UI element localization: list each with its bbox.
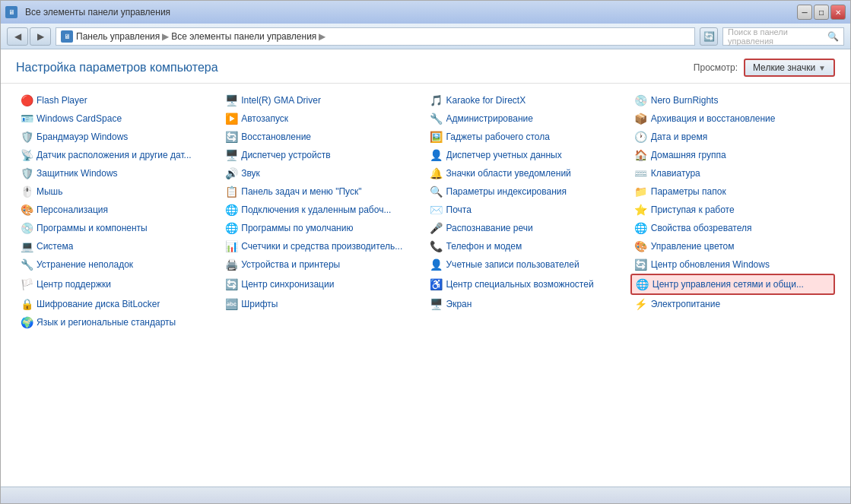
- cp-item-devices-printers[interactable]: 🖨️Устройства и принтеры: [221, 255, 425, 274]
- cp-item-windows-update[interactable]: 🔄Центр обновления Windows: [630, 255, 835, 274]
- accessibility-label: Центр специальных возможностей: [446, 279, 594, 290]
- keyboard-label: Клавиатура: [651, 168, 700, 179]
- cp-item-sync-center[interactable]: 🔄Центр синхронизации: [221, 274, 425, 295]
- phone-modem-label: Телефон и модем: [446, 241, 522, 252]
- defender-icon: 🛡️: [21, 167, 33, 179]
- cp-item-keyboard[interactable]: ⌨️Клавиатура: [630, 164, 835, 182]
- cp-item-archiving[interactable]: 📦Архивация и восстановление: [630, 109, 835, 128]
- address-separator1: ▶: [162, 31, 169, 42]
- items-grid: 🔴Flash Player🖥️Intel(R) GMA Driver🎵Karao…: [16, 91, 835, 331]
- accounts-mgr-icon: 👤: [430, 149, 443, 161]
- cp-item-defender[interactable]: 🛡️Защитник Windows: [16, 164, 221, 182]
- cp-item-network-center[interactable]: 🌐Центр управления сетями и общи...: [630, 274, 835, 295]
- device-manager-label: Диспетчер устройств: [241, 150, 330, 160]
- content-area: Настройка параметров компьютера Просмотр…: [1, 49, 850, 487]
- view-btn-label: Мелкие значки: [753, 62, 815, 73]
- search-box[interactable]: Поиск в панели управления 🔍: [722, 27, 844, 46]
- cp-item-user-accounts[interactable]: 👤Учетные записи пользователей: [426, 255, 630, 274]
- refresh-button[interactable]: 🔄: [700, 27, 718, 46]
- cp-item-display[interactable]: 🖥️Экран: [426, 295, 630, 313]
- cp-item-speech[interactable]: 🎤Распознавание речи: [426, 219, 630, 237]
- address-path2: Все элементы панели управления: [171, 31, 316, 42]
- cp-item-personalization[interactable]: 🎨Персонализация: [16, 201, 221, 219]
- karaoke-icon: 🎵: [430, 94, 443, 106]
- cp-item-device-manager[interactable]: 🖥️Диспетчер устройств: [221, 146, 425, 164]
- cp-item-homegroup[interactable]: 🏠Домашняя группа: [630, 146, 835, 164]
- address-box[interactable]: 🖥 Панель управления ▶ Все элементы панел…: [56, 27, 695, 46]
- troubleshoot-label: Устранение неполадок: [37, 259, 133, 270]
- cardspace-label: Windows CardSpace: [37, 113, 122, 124]
- cp-item-phone-modem[interactable]: 📞Телефон и модем: [426, 237, 630, 255]
- cp-item-intel-gma[interactable]: 🖥️Intel(R) GMA Driver: [221, 91, 425, 109]
- karaoke-label: Karaoke for DirectX: [446, 95, 526, 106]
- close-button[interactable]: ✕: [830, 5, 846, 20]
- cp-item-power[interactable]: ⚡Электропитание: [630, 295, 835, 313]
- cp-item-system[interactable]: 💻Система: [16, 237, 221, 255]
- cp-item-accounts-mgr[interactable]: 👤Диспетчер учетных данных: [426, 146, 630, 164]
- titlebar-controls: ─ □ ✕: [797, 5, 846, 20]
- cp-item-indexing[interactable]: 🔍Параметры индексирования: [426, 182, 630, 201]
- maximize-button[interactable]: □: [814, 5, 829, 20]
- autorun-icon: ▶️: [225, 113, 237, 125]
- programs-icon: 💿: [21, 222, 33, 234]
- accessibility-icon: ♿: [430, 278, 443, 290]
- address-separator2: ▶: [319, 31, 325, 42]
- cp-item-color-mgmt[interactable]: 🎨Управление цветом: [630, 237, 835, 255]
- ie-props-icon: 🌐: [635, 222, 647, 234]
- datetime-label: Дата и время: [651, 132, 707, 142]
- cp-item-counters[interactable]: 📊Счетчики и средства производитель...: [221, 237, 425, 255]
- flash-player-label: Flash Player: [37, 95, 87, 106]
- view-dropdown-button[interactable]: Мелкие значки ▼: [744, 59, 835, 77]
- cp-item-gadgets[interactable]: 🖼️Гаджеты рабочего стола: [426, 128, 630, 146]
- personalization-icon: 🎨: [21, 204, 33, 216]
- cp-item-notif-icons[interactable]: 🔔Значки области уведомлений: [426, 164, 630, 182]
- back-button[interactable]: ◀: [7, 27, 28, 46]
- firewall-label: Брандмауэр Windows: [37, 132, 128, 142]
- main-window: 🖥 Все элементы панели управления ─ □ ✕ ◀…: [0, 0, 851, 504]
- remote-conn-label: Подключения к удаленным рабоч...: [241, 204, 391, 215]
- display-icon: 🖥️: [430, 298, 443, 310]
- cp-item-programs[interactable]: 💿Программы и компоненты: [16, 219, 221, 237]
- cp-item-cardspace[interactable]: 🪪Windows CardSpace: [16, 109, 221, 128]
- cp-item-folder-options[interactable]: 📁Параметры папок: [630, 182, 835, 201]
- statusbar: [1, 487, 850, 503]
- cp-item-troubleshoot[interactable]: 🔧Устранение неполадок: [16, 255, 221, 274]
- cp-item-flash-player[interactable]: 🔴Flash Player: [16, 91, 221, 109]
- cp-item-ie-props[interactable]: 🌐Свойства обозревателя: [630, 219, 835, 237]
- cp-item-default-programs[interactable]: 🌐Программы по умолчанию: [221, 219, 425, 237]
- taskbar-menu-icon: 📋: [225, 185, 237, 198]
- bitlocker-label: Шифрование диска BitLocker: [37, 299, 160, 309]
- cp-item-taskbar-menu[interactable]: 📋Панель задач и меню "Пуск": [221, 182, 425, 201]
- cp-item-datetime[interactable]: 🕐Дата и время: [630, 128, 835, 146]
- cardspace-icon: 🪪: [21, 113, 33, 125]
- cp-item-location[interactable]: 📡Датчик расположения и другие дат...: [16, 146, 221, 164]
- cp-item-remote-conn[interactable]: 🌐Подключения к удаленным рабоч...: [221, 201, 425, 219]
- defender-label: Защитник Windows: [37, 168, 118, 179]
- cp-item-region-lang[interactable]: 🌍Язык и региональные стандарты: [16, 313, 221, 331]
- cp-item-karaoke[interactable]: 🎵Karaoke for DirectX: [426, 91, 630, 109]
- cp-item-mouse[interactable]: 🖱️Мышь: [16, 182, 221, 201]
- gadgets-label: Гаджеты рабочего стола: [446, 132, 550, 142]
- cp-item-nero-burn[interactable]: 💿Nero BurnRights: [630, 91, 835, 109]
- autorun-label: Автозапуск: [241, 113, 288, 124]
- cp-item-accessibility[interactable]: ♿Центр специальных возможностей: [426, 274, 630, 295]
- cp-item-getting-started[interactable]: ⭐Приступая к работе: [630, 201, 835, 219]
- default-programs-icon: 🌐: [225, 222, 237, 234]
- folder-options-label: Параметры папок: [651, 186, 726, 197]
- devices-printers-icon: 🖨️: [225, 258, 237, 271]
- minimize-button[interactable]: ─: [797, 5, 812, 20]
- remote-conn-icon: 🌐: [225, 204, 237, 216]
- view-label: Просмотр:: [694, 62, 738, 73]
- forward-button[interactable]: ▶: [30, 27, 51, 46]
- cp-item-bitlocker[interactable]: 🔒Шифрование диска BitLocker: [16, 295, 221, 313]
- addressbar: ◀ ▶ 🖥 Панель управления ▶ Все элементы п…: [1, 24, 850, 49]
- cp-item-fonts[interactable]: 🔤Шрифты: [221, 295, 425, 313]
- cp-item-firewall[interactable]: 🛡️Брандмауэр Windows: [16, 128, 221, 146]
- cp-item-admin[interactable]: 🔧Администрирование: [426, 109, 630, 128]
- troubleshoot-icon: 🔧: [21, 258, 33, 271]
- cp-item-restore[interactable]: 🔄Восстановление: [221, 128, 425, 146]
- cp-item-sound[interactable]: 🔊Звук: [221, 164, 425, 182]
- cp-item-autorun[interactable]: ▶️Автозапуск: [221, 109, 425, 128]
- cp-item-mail[interactable]: ✉️Почта: [426, 201, 630, 219]
- cp-item-support[interactable]: 🏳️Центр поддержки: [16, 274, 221, 295]
